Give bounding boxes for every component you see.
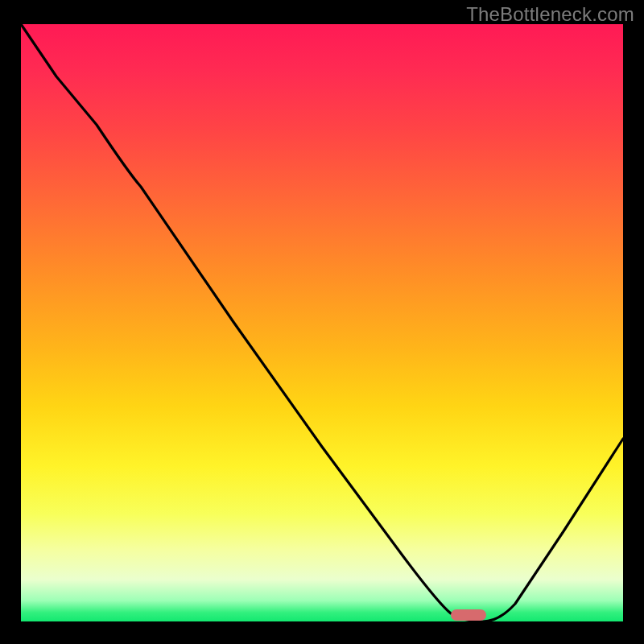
optimal-marker <box>451 609 486 621</box>
chart-frame: TheBottleneck.com <box>0 0 644 644</box>
watermark-text: TheBottleneck.com <box>466 3 634 26</box>
plot-area <box>21 24 623 621</box>
